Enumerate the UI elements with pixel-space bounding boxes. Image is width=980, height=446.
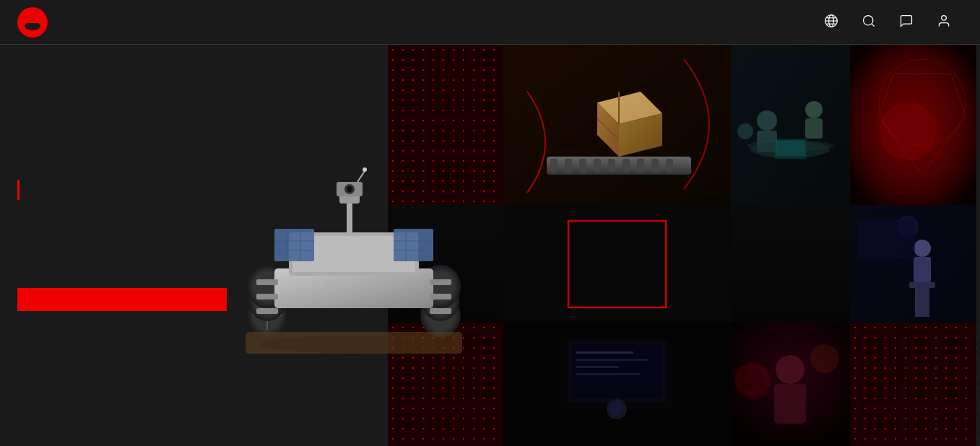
svg-rect-55	[576, 366, 619, 368]
svg-rect-61	[774, 384, 806, 424]
search-icon	[862, 14, 876, 28]
person-image	[731, 323, 850, 446]
svg-point-63	[810, 344, 839, 373]
svg-rect-14	[579, 159, 586, 172]
tile-conveyor	[503, 45, 731, 205]
svg-rect-17	[623, 159, 630, 172]
tile-dot-pattern-3	[850, 323, 976, 446]
tile-coder	[503, 323, 731, 446]
navbar	[0, 0, 980, 45]
hero-cta-button[interactable]	[17, 288, 227, 311]
nav-link-services[interactable]	[104, 0, 130, 45]
svg-rect-40	[503, 205, 731, 323]
svg-rect-20	[666, 159, 673, 172]
meeting-image	[731, 45, 850, 205]
hero-headline	[17, 217, 404, 260]
svg-rect-35	[776, 140, 805, 156]
svg-rect-16	[608, 159, 615, 172]
svg-rect-45	[914, 257, 931, 282]
svg-point-9	[942, 16, 947, 21]
svg-rect-19	[651, 159, 659, 172]
login-button[interactable]	[925, 0, 963, 45]
redhat-logo-icon	[17, 7, 48, 38]
hero-mosaic	[388, 45, 980, 446]
tile-person	[731, 323, 850, 446]
search-button[interactable]	[850, 0, 888, 45]
nav-link-opensource[interactable]	[156, 0, 182, 45]
hero-section	[0, 45, 980, 446]
language-selector[interactable]	[812, 0, 850, 45]
svg-point-30	[805, 101, 823, 118]
svg-point-39	[879, 102, 937, 160]
tile-rover-bg	[731, 205, 850, 323]
svg-rect-53	[576, 351, 633, 354]
nav-link-products[interactable]	[78, 0, 104, 45]
svg-rect-54	[576, 359, 648, 361]
svg-rect-18	[637, 159, 644, 172]
svg-point-60	[776, 355, 805, 384]
eyebrow-bar	[17, 180, 19, 200]
svg-point-32	[737, 123, 753, 139]
nav-links	[78, 0, 812, 45]
logo-link[interactable]	[17, 7, 55, 38]
svg-point-58	[610, 402, 624, 416]
svg-line-8	[872, 24, 875, 27]
globe-icon	[824, 14, 838, 28]
coder-image	[503, 323, 731, 446]
svg-rect-15	[594, 159, 601, 172]
contact-button[interactable]	[888, 0, 925, 45]
tile-meeting	[731, 45, 850, 205]
chat-icon	[899, 14, 914, 28]
red-abstract-image-1	[850, 45, 976, 205]
svg-point-62	[734, 362, 771, 398]
svg-rect-56	[576, 373, 641, 375]
tile-speaker	[850, 205, 976, 323]
speaker-image	[850, 205, 976, 323]
svg-rect-13	[565, 159, 572, 172]
hero-eyebrow	[17, 180, 404, 200]
svg-point-7	[864, 16, 873, 25]
svg-rect-31	[805, 118, 823, 139]
hero-content	[0, 45, 433, 446]
tile-red-abstract-1	[850, 45, 976, 205]
svg-rect-48	[857, 219, 915, 259]
user-icon	[937, 14, 951, 28]
svg-rect-46	[909, 282, 935, 288]
svg-rect-12	[550, 159, 558, 172]
svg-point-44	[914, 240, 931, 257]
svg-point-28	[757, 110, 777, 131]
nav-link-resources[interactable]	[130, 0, 156, 45]
nav-actions	[812, 0, 963, 45]
outlined-box-image	[503, 205, 731, 323]
tile-outlined-box	[503, 205, 731, 323]
svg-rect-47	[915, 288, 929, 317]
box-conveyor-image	[503, 45, 731, 205]
